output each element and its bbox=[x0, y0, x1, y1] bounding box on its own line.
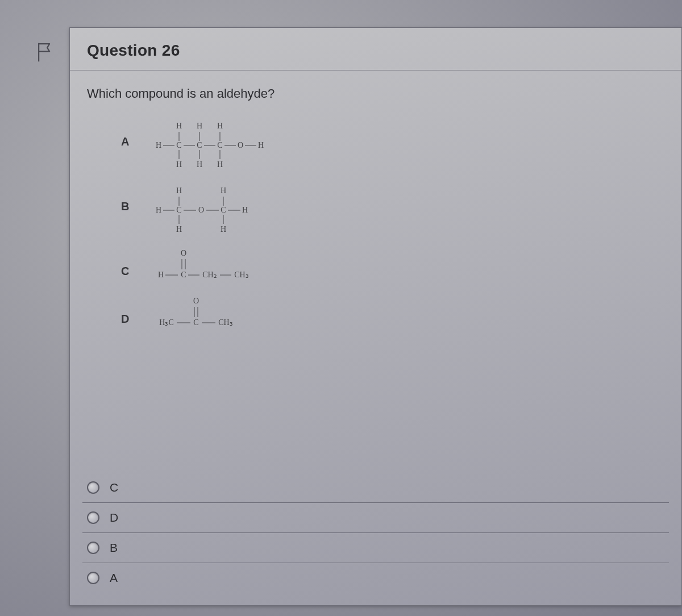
radio-icon bbox=[87, 511, 99, 524]
svg-text:H: H bbox=[217, 122, 223, 130]
svg-text:H: H bbox=[197, 160, 202, 169]
svg-text:C: C bbox=[181, 270, 186, 279]
svg-text:CH₃: CH₃ bbox=[234, 270, 248, 279]
structure-label: A bbox=[121, 118, 144, 148]
svg-text:H: H bbox=[158, 270, 164, 279]
question-title: Question 26 bbox=[87, 41, 664, 60]
svg-text:C: C bbox=[217, 141, 222, 149]
structure-b: B HH H C O C bbox=[121, 183, 664, 242]
answer-label: B bbox=[110, 541, 118, 555]
structure-a-diagram: HHH H C C C O bbox=[144, 118, 275, 177]
flag-icon[interactable] bbox=[35, 41, 55, 63]
radio-icon bbox=[87, 542, 99, 554]
answer-option-d[interactable]: D bbox=[82, 503, 669, 533]
svg-text:H: H bbox=[258, 141, 264, 149]
svg-text:H: H bbox=[197, 122, 202, 130]
answer-option-c[interactable]: C bbox=[82, 473, 669, 503]
svg-text:H: H bbox=[242, 206, 248, 214]
answer-label: C bbox=[110, 481, 118, 494]
svg-text:O: O bbox=[193, 297, 199, 305]
answer-label: A bbox=[110, 571, 118, 585]
svg-text:H: H bbox=[176, 122, 182, 130]
structures-container: A HHH H C C bbox=[121, 118, 664, 338]
radio-icon bbox=[87, 572, 99, 584]
structure-d-diagram: O H₃C C CH₃ bbox=[144, 295, 275, 338]
structure-label: C bbox=[121, 248, 144, 278]
question-body: Which compound is an aldehyde? A HHH H bbox=[70, 70, 681, 350]
svg-text:H: H bbox=[221, 225, 226, 234]
svg-text:H: H bbox=[221, 186, 226, 195]
structure-c: C O H C CH₂ CH₃ bbox=[121, 248, 664, 290]
svg-text:CH₂: CH₂ bbox=[202, 270, 217, 279]
answer-label: D bbox=[110, 511, 118, 525]
svg-text:H: H bbox=[217, 160, 223, 169]
svg-text:C: C bbox=[197, 141, 202, 149]
answer-option-b[interactable]: B bbox=[82, 533, 669, 563]
svg-text:C: C bbox=[221, 206, 226, 214]
structure-label: D bbox=[121, 295, 144, 326]
question-text: Which compound is an aldehyde? bbox=[87, 86, 664, 101]
structure-b-diagram: HH H C O C H bbox=[144, 183, 275, 242]
structure-d: D O H₃C C CH₃ bbox=[121, 295, 664, 338]
question-card: Question 26 Which compound is an aldehyd… bbox=[69, 27, 682, 606]
svg-text:C: C bbox=[176, 206, 181, 214]
answer-option-a[interactable]: A bbox=[82, 563, 669, 593]
structure-a: A HHH H C C bbox=[121, 118, 664, 177]
svg-text:O: O bbox=[181, 249, 186, 257]
question-header: Question 26 bbox=[70, 28, 681, 70]
svg-text:H: H bbox=[176, 186, 182, 195]
svg-text:H: H bbox=[176, 225, 182, 234]
svg-text:C: C bbox=[176, 141, 181, 149]
svg-text:H₃C: H₃C bbox=[159, 318, 173, 327]
svg-text:O: O bbox=[198, 206, 204, 214]
radio-icon bbox=[87, 481, 99, 494]
svg-text:CH₃: CH₃ bbox=[218, 318, 232, 327]
svg-text:O: O bbox=[238, 141, 243, 149]
svg-text:H: H bbox=[156, 206, 161, 214]
structure-label: B bbox=[121, 183, 144, 213]
answer-options: C D B A bbox=[82, 473, 669, 593]
svg-text:H: H bbox=[176, 160, 182, 169]
svg-text:C: C bbox=[193, 318, 198, 327]
structure-c-diagram: O H C CH₂ CH₃ bbox=[144, 248, 275, 290]
svg-text:H: H bbox=[156, 141, 161, 149]
